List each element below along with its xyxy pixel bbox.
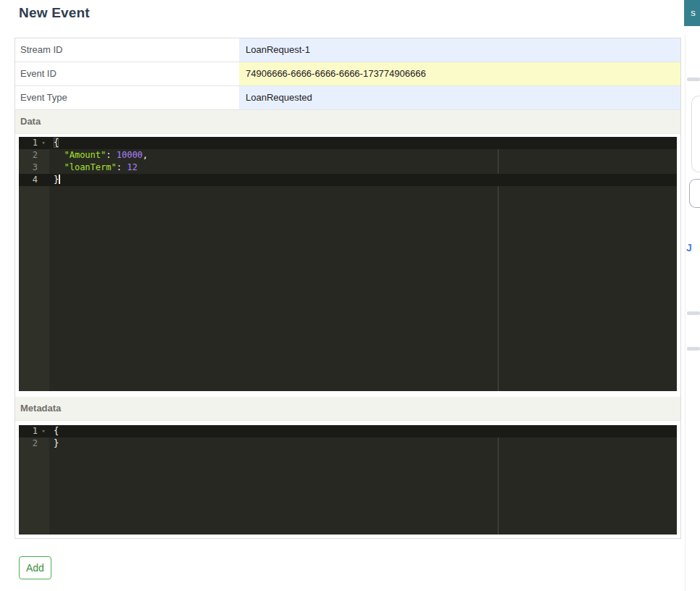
new-event-form-panel: Stream ID LoanRequest-1 Event ID 7490666… [14, 38, 681, 539]
fold-arrow-icon[interactable]: ▾ [38, 137, 49, 149]
event-id-input[interactable]: 74906666-6666-6666-6666-173774906666 [239, 62, 680, 85]
event-type-label: Event Type [15, 86, 239, 109]
data-json-editor[interactable]: 1▾{2 "Amount": 10000,3 "loanTerm": 124} [19, 137, 677, 391]
line-number-cell: 3 [19, 162, 49, 174]
event-id-label: Event ID [15, 62, 239, 85]
cutoff-blue-glyph: J [686, 242, 692, 253]
editor-line[interactable]: 4} [19, 174, 677, 186]
metadata-json-editor[interactable]: 1▾{2} [19, 425, 677, 535]
editor-lines: 1▾{2 "Amount": 10000,3 "loanTerm": 124} [19, 137, 677, 186]
data-section-header: Data [15, 110, 680, 134]
text-cursor [59, 175, 60, 184]
stream-id-input[interactable]: LoanRequest-1 [239, 38, 680, 62]
cutoff-rounded-button-fragment [689, 179, 700, 208]
cutoff-gray-bar-1 [687, 77, 700, 81]
event-type-input[interactable]: LoanRequested [239, 86, 680, 109]
line-number-cell: 1▾ [19, 137, 49, 149]
line-number-cell: 1▾ [19, 425, 49, 437]
form-row-stream-id: Stream ID LoanRequest-1 [15, 38, 680, 62]
stream-id-label: Stream ID [15, 38, 239, 62]
cutoff-teal-button-fragment[interactable]: s [684, 0, 700, 26]
add-button[interactable]: Add [19, 556, 51, 579]
data-editor-container: 1▾{2 "Amount": 10000,3 "loanTerm": 124} [15, 134, 680, 397]
cutoff-gray-bar-2 [687, 311, 700, 315]
editor-line[interactable]: 2 "Amount": 10000, [19, 149, 677, 162]
form-row-event-type: Event Type LoanRequested [15, 86, 680, 110]
editor-line[interactable]: 3 "loanTerm": 12 [19, 162, 677, 174]
form-row-event-id: Event ID 74906666-6666-6666-6666-1737749… [15, 62, 680, 86]
metadata-section-label: Metadata [20, 403, 61, 414]
editor-line[interactable]: 2} [19, 437, 677, 450]
editor-line[interactable]: 1▾{ [19, 137, 677, 149]
page-title: New Event [19, 5, 90, 21]
data-section-label: Data [20, 116, 41, 127]
right-edge-divider [685, 35, 686, 591]
metadata-section-header: Metadata [15, 397, 680, 421]
line-number-cell: 2 [19, 437, 49, 450]
cutoff-gray-bar-3 [687, 347, 700, 351]
cutoff-rounded-panel-fragment [691, 96, 700, 172]
editor-lines: 1▾{2} [19, 425, 677, 450]
editor-line[interactable]: 1▾{ [19, 425, 677, 437]
metadata-editor-container: 1▾{2} [15, 421, 680, 538]
line-number-cell: 4 [19, 174, 49, 186]
line-number-cell: 2 [19, 149, 49, 162]
fold-arrow-icon[interactable]: ▾ [38, 425, 49, 437]
